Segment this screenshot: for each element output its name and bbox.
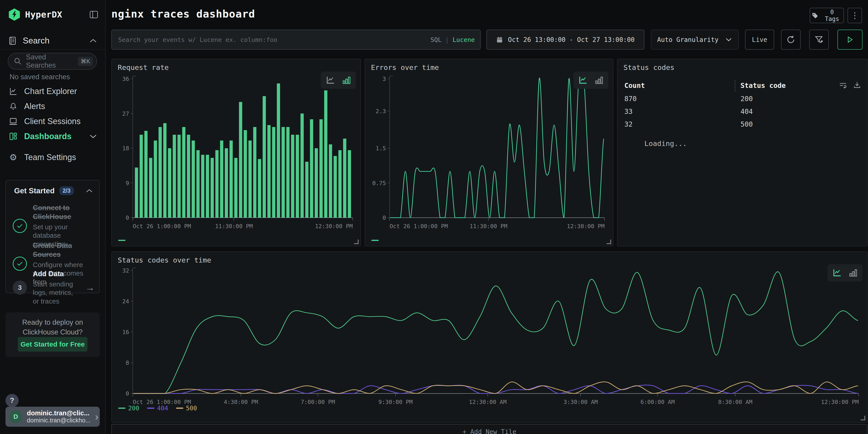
table-cell-status[interactable]: 404	[741, 107, 753, 116]
laptop-icon	[8, 117, 18, 125]
svg-text:0: 0	[126, 390, 129, 397]
filter-icon	[814, 35, 824, 44]
column-header-status-code[interactable]: Status code	[741, 82, 786, 90]
sidebar-item-label: Dashboards	[24, 132, 71, 141]
get-started-free-button[interactable]: Get Started for Free	[18, 337, 87, 351]
tile-resize-handle[interactable]	[861, 416, 865, 420]
chevron-up-icon[interactable]	[89, 38, 97, 43]
step-desc: Start sending logs, metrics, or traces	[33, 280, 79, 306]
sidebar-item-chart-explorer[interactable]: Chart Explorer	[8, 85, 97, 98]
help-button[interactable]: ?	[5, 394, 19, 407]
chevron-down-icon	[725, 37, 732, 42]
table-cell-count[interactable]: 33	[624, 107, 632, 116]
sidebar-item-label: Alerts	[24, 101, 45, 111]
legend-dash	[118, 408, 125, 409]
magnifier-icon	[14, 57, 22, 65]
time-range-picker[interactable]: Oct 26 13:00:00 - Oct 27 13:00:00	[486, 30, 644, 50]
saved-searches-input[interactable]: Saved Searches ⌘K	[8, 53, 97, 70]
svg-text:16: 16	[122, 329, 129, 335]
svg-text:Oct 26 1:00:00 PM: Oct 26 1:00:00 PM	[390, 223, 448, 229]
live-button[interactable]: Live	[745, 30, 774, 50]
add-new-tile-button[interactable]: + Add New Tile	[111, 424, 868, 434]
tag-icon	[811, 12, 818, 19]
table-cell-status[interactable]: 200	[741, 95, 753, 103]
get-started-header[interactable]: Get Started 2/3	[14, 186, 93, 195]
run-query-button[interactable]	[837, 30, 863, 50]
line-chart-icon[interactable]	[326, 75, 335, 85]
tags-button[interactable]: 0 Tags	[810, 8, 844, 23]
download-icon[interactable]	[853, 81, 861, 89]
check-circle-icon	[13, 219, 27, 233]
wrap-text-icon[interactable]	[839, 81, 847, 89]
sidebar-item-team-settings[interactable]: ⚙ Team Settings	[8, 151, 97, 164]
line-chart-icon[interactable]	[833, 268, 842, 277]
hyperdx-logo-icon	[8, 8, 21, 21]
get-started-title: Get Started	[14, 186, 55, 195]
tile-resize-handle[interactable]	[354, 240, 359, 244]
legend-item-500[interactable]: 500	[176, 405, 197, 412]
legend-item-200[interactable]: 200	[118, 405, 140, 412]
chart-type-toggle	[321, 71, 356, 89]
get-started-step-3[interactable]: 3 Add Data Start sending logs, metrics, …	[13, 270, 95, 305]
bar-chart-icon[interactable]	[849, 268, 858, 277]
bar-chart-icon[interactable]	[342, 75, 351, 85]
search-placeholder: Search your events w/ Lucene ex. column:…	[118, 36, 277, 43]
clickhouse-cloud-card: Ready to deploy on ClickHouse Cloud? Get…	[5, 312, 100, 357]
status-codes-over-time-chart: 08162432Oct 26 1:00:00 PM4:30:00 PM7:00:…	[115, 265, 863, 408]
chevron-up-icon[interactable]	[86, 189, 93, 193]
query-language-toggle: SQL | Lucene	[430, 36, 475, 43]
filter-button[interactable]	[809, 30, 829, 50]
svg-text:9:30:00 PM: 9:30:00 PM	[378, 399, 413, 405]
refresh-button[interactable]	[781, 30, 801, 50]
kebab-menu-button[interactable]: ⋮	[847, 8, 862, 23]
svg-text:Oct 26 1:00:00 PM: Oct 26 1:00:00 PM	[133, 223, 191, 229]
deploy-text-line1: Ready to deploy on	[5, 317, 100, 327]
tile-title: Status codes over time	[118, 256, 211, 264]
event-search-input[interactable]: Search your events w/ Lucene ex. column:…	[111, 30, 481, 50]
sidebar-item-client-sessions[interactable]: Client Sessions	[8, 115, 97, 128]
table-cell-count[interactable]: 870	[624, 95, 637, 103]
command-k-shortcut: ⌘K	[78, 57, 93, 66]
svg-text:32: 32	[122, 267, 129, 274]
line-chart-icon[interactable]	[578, 75, 588, 85]
svg-text:3: 3	[382, 75, 386, 82]
sidebar-item-alerts[interactable]: Alerts	[8, 100, 97, 113]
legend-item-404[interactable]: 404	[147, 405, 168, 412]
sidebar-item-search[interactable]: Search	[8, 34, 97, 48]
table-cell-status[interactable]: 500	[741, 120, 753, 128]
sidebar: HyperDX Search	[0, 0, 106, 434]
sidebar-item-dashboards[interactable]: Dashboards	[8, 130, 97, 143]
svg-text:12:30:00 PM: 12:30:00 PM	[821, 399, 859, 405]
arrow-right-icon: →	[85, 282, 95, 293]
time-range-value: Oct 26 13:00:00 - Oct 27 13:00:00	[508, 36, 634, 43]
svg-text:12:30:00 PM: 12:30:00 PM	[567, 223, 604, 229]
granularity-select[interactable]: Auto Granularity	[651, 30, 739, 50]
svg-text:Oct 26 1:00:00 PM: Oct 26 1:00:00 PM	[133, 399, 191, 405]
legend-label: 404	[157, 405, 168, 412]
column-header-count[interactable]: Count	[624, 82, 645, 90]
kebab-icon: ⋮	[851, 11, 859, 20]
play-icon	[846, 36, 854, 43]
step-number-badge: 3	[13, 281, 27, 294]
sql-toggle[interactable]: SQL	[430, 36, 441, 43]
svg-text:1.5: 1.5	[376, 145, 386, 152]
collapse-sidebar-icon[interactable]	[89, 10, 98, 19]
table-cell-count[interactable]: 32	[624, 120, 632, 128]
step-title: Add Data	[33, 270, 64, 278]
svg-text:8:30:00 AM: 8:30:00 AM	[718, 399, 752, 405]
logo-row: HyperDX	[8, 8, 98, 22]
refresh-icon	[786, 35, 795, 44]
toggle-divider: |	[445, 36, 449, 43]
loading-text: Loading...	[644, 140, 687, 148]
column-divider[interactable]	[735, 80, 736, 92]
svg-text:6:00:00 AM: 6:00:00 AM	[641, 399, 675, 405]
tile-errors-over-time: Errors over time 00.751.52.33Oct 26 1:00…	[365, 59, 613, 246]
user-account-row[interactable]: D dominic.tran@clic... dominic.tran@clic…	[5, 407, 100, 427]
svg-text:18: 18	[122, 145, 129, 152]
table-actions	[839, 81, 861, 89]
tile-resize-handle[interactable]	[607, 240, 611, 244]
bar-chart-icon[interactable]	[595, 75, 603, 85]
svg-text:3:30:00 AM: 3:30:00 AM	[564, 399, 598, 405]
lucene-toggle[interactable]: Lucene	[453, 36, 475, 43]
legend-label: 200	[128, 405, 140, 412]
